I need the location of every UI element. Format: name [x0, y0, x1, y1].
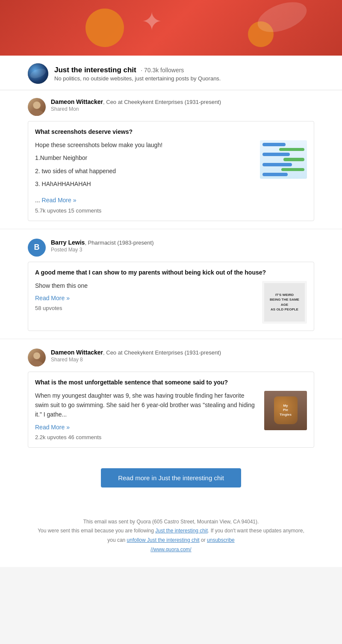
- author-name-2: Barry Lewis: [51, 239, 85, 246]
- author-letter-2: B: [34, 243, 40, 252]
- chat-image-icon: [260, 140, 307, 179]
- post-section-1: Dameon Wittacker, Ceo at Cheekykent Ente…: [0, 90, 342, 229]
- post-line-1-1: 1.Number Neighbor: [35, 153, 255, 162]
- post-read-more-row-1: ... Read More »: [35, 193, 255, 204]
- post-question-2: A good meme that I can show to my parent…: [35, 269, 307, 276]
- post-author-row-2: B Barry Lewis, Pharmacist (1983-present)…: [28, 239, 314, 257]
- svg-point-3: [33, 352, 40, 359]
- post-content-row-1: Hope these screenshots below make you la…: [35, 140, 307, 214]
- post-body-2: Show them this one: [35, 281, 257, 290]
- chat-bubble-1: [262, 143, 286, 146]
- footer-sent-by: This email was sent by Quora (605 Castro…: [34, 517, 308, 527]
- chat-bubble-3: [262, 153, 290, 156]
- post-line-1-0: Hope these screenshots below make you la…: [35, 140, 255, 150]
- post-line-2-0: Show them this one: [35, 281, 257, 290]
- author-title-3: , Ceo at Cheekykent Enterprises (1931-pr…: [103, 349, 221, 356]
- header-banner: ✦: [0, 0, 342, 56]
- author-date-2: Posted May 3: [51, 247, 154, 253]
- space-name-row: Just the interesting chit · 70.3k follow…: [54, 66, 221, 74]
- footer-quora-url: //www.quora.com/: [34, 545, 308, 555]
- post-content-row-2: Show them this one Read More » 58 upvote…: [35, 281, 307, 324]
- author-name-title-1: Dameon Wittacker, Ceo at Cheekykent Ente…: [51, 98, 221, 106]
- footer: This email was sent by Quora (605 Castro…: [0, 505, 342, 567]
- post-body-1: Hope these screenshots below make you la…: [35, 140, 255, 189]
- footer-unfollow-link[interactable]: unfollow Just the interesting chit: [127, 537, 200, 543]
- svg-point-2: [33, 102, 40, 109]
- post-line-1-3: 3. HAhAHHAHAHAH: [35, 179, 255, 189]
- author-name-title-3: Dameon Wittacker, Ceo at Cheekykent Ente…: [51, 349, 221, 356]
- post-line-1-2: 2. two sides of what happened: [35, 166, 255, 176]
- post-author-row-1: Dameon Wittacker, Ceo at Cheekykent Ente…: [28, 98, 314, 116]
- author-face-icon-3: [28, 349, 46, 366]
- post-text-col-2: Show them this one Read More » 58 upvote…: [35, 281, 257, 311]
- post-section-3: Dameon Wittacker, Ceo at Cheekykent Ente…: [0, 339, 342, 455]
- cup-inner: MyPieTingles: [274, 396, 298, 424]
- svg-point-4: [30, 361, 43, 366]
- post-card-1: What screenshots deserve views? Hope the…: [28, 121, 314, 221]
- post-stats-3: 2.2k upvotes 46 comments: [35, 434, 259, 440]
- author-avatar-3: [28, 349, 46, 366]
- author-date-3: Shared May 8: [51, 357, 221, 363]
- page-wrapper: ✦ Just the interesting chit · 70.3k foll…: [0, 0, 342, 567]
- footer-unsubscribe-link[interactable]: unsubscribe: [207, 537, 235, 543]
- post-image-3: MyPieTingles: [264, 391, 307, 430]
- post-content-row-3: When my youngest daughter was 9, she was…: [35, 391, 307, 440]
- post-line-3-0: When my youngest daughter was 9, she was…: [35, 391, 259, 419]
- tshirt-image-icon: IT'S WEIRDBEING THE SAME AGEAS OLD PEOPL…: [262, 281, 307, 324]
- space-avatar-globe-icon: [28, 63, 48, 84]
- post-card-3: What is the most unforgettable sentence …: [28, 372, 314, 448]
- author-info-1: Dameon Wittacker, Ceo at Cheekykent Ente…: [51, 98, 221, 112]
- banner-decoration-circle1: [86, 9, 124, 47]
- chat-bubble-7: [262, 173, 288, 176]
- svg-point-1: [30, 110, 44, 116]
- read-more-link-2[interactable]: Read More »: [35, 295, 257, 301]
- read-more-link-1[interactable]: Read More »: [42, 197, 77, 204]
- space-header: Just the interesting chit · 70.3k follow…: [0, 56, 342, 90]
- cup-image-icon: MyPieTingles: [264, 391, 307, 430]
- author-name-title-2: Barry Lewis, Pharmacist (1983-present): [51, 239, 154, 246]
- author-name-1: Dameon Wittacker: [51, 98, 103, 105]
- post-question-1: What screenshots deserve views?: [35, 128, 307, 135]
- author-face-icon-1: [28, 98, 46, 116]
- space-name: Just the interesting chit: [54, 66, 136, 74]
- read-more-link-3[interactable]: Read More »: [35, 424, 259, 431]
- footer-quora-url-link[interactable]: //www.quora.com/: [150, 547, 191, 552]
- chat-bubble-4: [283, 158, 304, 161]
- space-description: No politics, no outside websites, just e…: [54, 75, 221, 82]
- post-image-2: IT'S WEIRDBEING THE SAME AGEAS OLD PEOPL…: [262, 281, 307, 324]
- footer-reason-or: or: [200, 537, 207, 543]
- post-card-2: A good meme that I can show to my parent…: [28, 262, 314, 331]
- author-title-2: , Pharmacist (1983-present): [85, 239, 153, 246]
- post-body-3: When my youngest daughter was 9, she was…: [35, 391, 259, 419]
- space-followers: · 70.3k followers: [141, 67, 184, 74]
- author-avatar-1: [28, 98, 46, 116]
- space-info: Just the interesting chit · 70.3k follow…: [54, 66, 221, 82]
- space-avatar: [28, 63, 48, 84]
- cta-button[interactable]: Read more in Just the interesting chit: [101, 468, 241, 487]
- author-info-3: Dameon Wittacker, Ceo at Cheekykent Ente…: [51, 349, 221, 363]
- author-avatar-2: B: [28, 239, 46, 257]
- post-author-row-3: Dameon Wittacker, Ceo at Cheekykent Ente…: [28, 349, 314, 366]
- author-name-3: Dameon Wittacker: [51, 349, 103, 356]
- author-date-1: Shared Mon: [51, 106, 221, 112]
- post-text-col-1: Hope these screenshots below make you la…: [35, 140, 255, 214]
- chat-bubble-6: [281, 168, 304, 171]
- chat-bubble-2: [279, 148, 304, 151]
- footer-reason-prefix: You were sent this email because you are…: [38, 528, 155, 534]
- footer-space-link[interactable]: Just the interesting chit: [155, 528, 208, 534]
- author-title-1: , Ceo at Cheekykent Enterprises (1931-pr…: [103, 99, 221, 105]
- post-text-col-3: When my youngest daughter was 9, she was…: [35, 391, 259, 440]
- chat-bubble-5: [262, 163, 292, 166]
- footer-reason: You were sent this email because you are…: [34, 526, 308, 545]
- post-stats-2: 58 upvotes: [35, 305, 257, 311]
- post-section-2: B Barry Lewis, Pharmacist (1983-present)…: [0, 229, 342, 339]
- cta-section: Read more in Just the interesting chit: [0, 455, 342, 505]
- post-image-1: [260, 140, 307, 179]
- ellipsis-1: ...: [35, 197, 42, 204]
- post-stats-1: 5.7k upvotes 15 comments: [35, 207, 255, 214]
- author-info-2: Barry Lewis, Pharmacist (1983-present) P…: [51, 239, 154, 253]
- post-question-3: What is the most unforgettable sentence …: [35, 379, 307, 386]
- banner-decoration-star: ✦: [141, 6, 162, 36]
